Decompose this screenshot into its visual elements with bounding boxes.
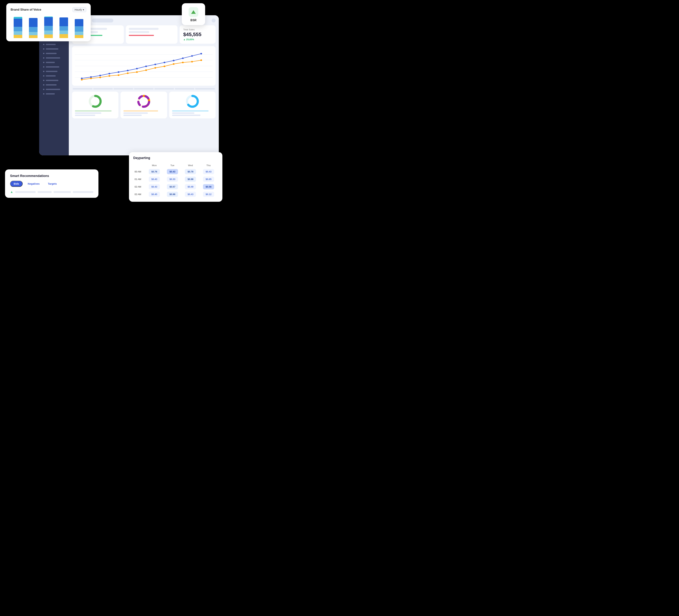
orange-dot-12 [182, 62, 184, 63]
sidebar-item-15[interactable] [42, 92, 66, 95]
sidebar-item-4[interactable] [42, 43, 66, 46]
main-content: Total Sales $45,555 ▲ 25,65% [69, 15, 219, 155]
orange-dot-9 [154, 67, 156, 69]
sidebar-dot-8 [43, 62, 44, 63]
sr-line-2 [37, 191, 52, 193]
tab-negatives[interactable]: Negatives [25, 181, 43, 187]
stat-placeholder-4 [129, 31, 150, 33]
donut-3 [185, 94, 200, 108]
smart-rec-title: Smart Recommendations [10, 174, 93, 178]
sidebar-item-8[interactable] [42, 61, 66, 64]
sidebar-line-11 [46, 75, 56, 76]
blue-dot-9 [154, 64, 156, 65]
x-tick-4 [134, 88, 154, 90]
bsov-title: Brand Share of Voice [10, 8, 41, 11]
sidebar-line-10 [46, 71, 58, 72]
x-tick-7 [195, 88, 215, 90]
sidebar-dot-14 [43, 89, 44, 90]
x-tick-5 [154, 88, 174, 90]
blue-dot-7 [136, 68, 138, 69]
cell-0-0: $0.76 [146, 168, 163, 175]
bar-group-4 [57, 18, 70, 38]
donut-line-3b [172, 112, 194, 114]
bsr-icon [189, 7, 198, 17]
sidebar-dot-4 [43, 44, 44, 45]
orange-dot-13 [191, 61, 193, 63]
tab-bids[interactable]: Bids [10, 181, 23, 187]
sidebar-dot-15 [43, 93, 44, 95]
triangle-up-icon [191, 9, 196, 14]
bsov-dropdown[interactable]: Hourly ▾ [72, 7, 87, 12]
total-sales-card: Total Sales $45,555 ▲ 25,65% [180, 25, 216, 44]
chevron-down-icon: ▾ [83, 8, 84, 11]
table-row: 02 AM $0.43 $0.57 $0.49 $0.56 [134, 184, 217, 190]
col-tue: Tue [164, 163, 181, 167]
dayparting-header-row: Mon Tue Wed Thu [134, 163, 217, 167]
bsr-card: BSR [182, 3, 205, 25]
donut-1-lines [75, 110, 116, 116]
bar-group-2 [27, 18, 40, 38]
cell-2-3: $0.56 [200, 184, 217, 190]
tab-targets[interactable]: Targets [45, 181, 60, 187]
smart-rec-row: ▲ [10, 190, 93, 194]
cell-3-2: $0.43 [182, 191, 199, 198]
cards-row: Total Sales $45,555 ▲ 25,65% [72, 25, 216, 44]
sidebar-item-5[interactable] [42, 47, 66, 51]
stat-line-red [129, 35, 154, 36]
donut-line-2c [123, 115, 142, 116]
bsov-bar-chart [10, 15, 87, 38]
cell-1-0: $0.43 [146, 176, 163, 183]
donut-line-2b [123, 112, 148, 114]
blue-dot-14 [200, 53, 202, 55]
sidebar-item-12[interactable] [42, 79, 66, 82]
sidebar-item-13[interactable] [42, 83, 66, 87]
sr-line-3 [54, 191, 71, 193]
cell-3-1: $0.98 [164, 191, 181, 198]
dayparting-card: Dayparting Mon Tue Wed Thu 00 AM $0.76 $… [129, 152, 222, 202]
donut-card-3 [169, 92, 216, 119]
topbar-avatar [212, 19, 216, 23]
bar-group-1 [11, 17, 25, 38]
svg-marker-0 [191, 10, 196, 14]
sidebar-item-10[interactable] [42, 70, 66, 73]
sidebar-item-9[interactable] [42, 65, 66, 68]
blue-dot-11 [173, 60, 174, 61]
sidebar-item-6[interactable] [42, 52, 66, 55]
blue-dot-3 [99, 75, 101, 76]
blue-dot-12 [182, 58, 184, 59]
sidebar-dot-5 [43, 48, 44, 50]
total-sales-value: $45,555 [183, 32, 212, 37]
x-tick-3 [114, 88, 133, 90]
orange-dot-6 [127, 72, 129, 74]
topbar-pill-2 [92, 19, 114, 23]
sidebar-item-11[interactable] [42, 74, 66, 77]
orange-dot-1 [81, 79, 83, 80]
cell-2-0: $0.43 [146, 184, 163, 190]
orange-dot-10 [163, 66, 165, 67]
blue-dot-6 [127, 70, 129, 71]
blue-dot-8 [145, 66, 147, 67]
sidebar-item-14[interactable] [42, 88, 66, 91]
blue-dot-5 [118, 71, 120, 73]
orange-dot-2 [90, 77, 92, 79]
cell-2-1: $0.57 [164, 184, 181, 190]
sidebar-dot-6 [43, 53, 44, 54]
orange-dot-14 [200, 60, 202, 61]
sidebar-line-6 [46, 53, 57, 54]
sidebar-line-5 [46, 48, 58, 50]
blue-dot-1 [81, 77, 83, 79]
sidebar-item-7[interactable] [42, 56, 66, 60]
donut-1 [88, 94, 102, 108]
sidebar-dot-13 [43, 84, 44, 86]
donut-2-lines [123, 110, 164, 116]
smart-rec-tabs: Bids Negatives Targets [10, 181, 93, 187]
table-row: 00 AM $0.76 $0.43 $0.78 $0.43 [134, 168, 217, 175]
orange-dot-4 [108, 75, 110, 77]
col-wed: Wed [182, 163, 199, 167]
dayparting-table: Mon Tue Wed Thu 00 AM $0.76 $0.43 $0.78 … [133, 162, 218, 198]
row-time-3: 02 AM [134, 191, 145, 198]
donut-card-2 [121, 92, 167, 119]
cell-0-3: $0.43 [200, 168, 217, 175]
row-time-0: 00 AM [134, 168, 145, 175]
donut-line-3c [172, 115, 200, 116]
